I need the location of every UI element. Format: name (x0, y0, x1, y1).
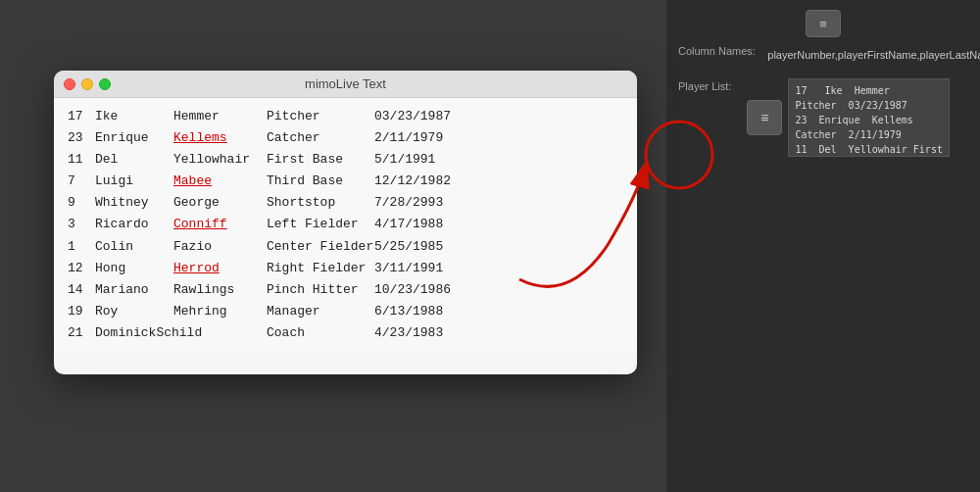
titlebar: mimoLive Text (54, 71, 637, 98)
player-bday: 6/13/1988 (374, 301, 443, 322)
table-row: 23 Enrique Kellems Catcher 2/11/1979 (68, 127, 623, 149)
top-panel-button[interactable]: ≡ (806, 10, 841, 37)
player-fname: Hong (95, 258, 173, 279)
player-fname: Luigi (95, 171, 173, 192)
player-num: 17 (68, 106, 95, 127)
table-row: 12 Hong Herrod Right Fielder 3/11/1991 (68, 258, 623, 279)
player-list-text: 17 Ike Hemmer Pitcher 03/23/1987 23 Enri… (795, 83, 943, 157)
player-num: 11 (68, 149, 95, 171)
player-position: Shortstop (267, 192, 374, 214)
table-row: 19 Roy Mehring Manager 6/13/1988 (68, 301, 623, 322)
player-num: 9 (68, 192, 95, 214)
player-position: Catcher (267, 127, 374, 149)
player-bday: 4/23/1983 (374, 322, 443, 344)
table-row: 11 Del Yellowhair First Base 5/1/1991 (68, 149, 623, 171)
player-fname: DominickSchild (95, 322, 267, 344)
player-num: 12 (68, 258, 95, 279)
player-num: 19 (68, 301, 95, 322)
player-fname: Roy (95, 301, 173, 322)
player-position: Pinch Hitter (267, 279, 374, 301)
window-content: 17 Ike Hemmer Pitcher 03/23/1987 23 Enri… (54, 98, 637, 352)
player-position: Left Fielder (267, 214, 374, 235)
player-position: First Base (267, 149, 374, 171)
player-position: Manager (267, 301, 374, 322)
column-names-value: playerNumber,playerFirstName,playerLastN… (767, 48, 963, 63)
player-lname: Yellowhair (173, 149, 267, 171)
player-num: 21 (68, 322, 95, 344)
player-fname: Ricardo (95, 214, 173, 235)
player-num: 3 (68, 214, 95, 235)
mac-window: mimoLive Text 17 Ike Hemmer Pitcher 03/2… (54, 71, 637, 374)
window-title: mimoLive Text (305, 76, 386, 91)
player-num: 7 (68, 171, 95, 192)
maximize-button[interactable] (99, 78, 111, 90)
player-lname: Hemmer (173, 106, 267, 127)
player-position: Pitcher (267, 106, 374, 127)
player-position: Center Fielder (267, 236, 374, 258)
player-num: 1 (68, 236, 95, 258)
table-row: 21 DominickSchild Coach 4/23/1983 (68, 322, 623, 344)
minimize-button[interactable] (81, 78, 93, 90)
player-fname: Mariano (95, 279, 173, 301)
table-row: 17 Ike Hemmer Pitcher 03/23/1987 (68, 106, 623, 127)
player-fname: Enrique (95, 127, 173, 149)
player-lname: Mehring (173, 301, 267, 322)
player-list-content: 17 Ike Hemmer Pitcher 03/23/1987 23 Enri… (788, 78, 950, 157)
menu-icon: ≡ (819, 17, 827, 31)
player-lname: Rawlings (173, 279, 267, 301)
column-names-section: Column Names: playerNumber,playerFirstNa… (678, 45, 968, 63)
player-fname: Ike (95, 106, 173, 127)
column-names-label: Column Names: (678, 45, 756, 57)
player-num: 23 (68, 127, 95, 149)
player-bday: 03/23/1987 (374, 106, 451, 127)
player-bday: 5/25/1985 (374, 236, 443, 258)
player-bday: 2/11/1979 (374, 127, 443, 149)
right-panel: ≡ Column Names: playerNumber,playerFirst… (666, 0, 980, 492)
top-button-area: ≡ (678, 10, 968, 37)
table-row: 9 Whitney George Shortstop 7/28/2993 (68, 192, 623, 214)
player-list-section: Player List: ≡ 17 Ike Hemmer Pitcher 03/… (678, 78, 968, 157)
player-bday: 4/17/1988 (374, 214, 443, 235)
table-row: 1 Colin Fazio Center Fielder 5/25/1985 (68, 236, 623, 258)
player-bday: 5/1/1991 (374, 149, 435, 171)
player-bday: 3/11/1991 (374, 258, 443, 279)
table-row: 14 Mariano Rawlings Pinch Hitter 10/23/1… (68, 279, 623, 301)
player-lname: Fazio (173, 236, 267, 258)
player-fname: Whitney (95, 192, 173, 214)
table-row: 7 Luigi Mabee Third Base 12/12/1982 (68, 171, 623, 192)
traffic-lights (64, 78, 111, 90)
player-position: Coach (267, 322, 374, 344)
player-fname: Del (95, 149, 173, 171)
player-lname: Conniff (173, 214, 267, 235)
player-bday: 12/12/1982 (374, 171, 451, 192)
player-position: Right Fielder (267, 258, 374, 279)
list-icon: ≡ (760, 110, 768, 125)
player-lname: Kellems (173, 127, 267, 149)
player-lname: Mabee (173, 171, 267, 192)
player-list-button[interactable]: ≡ (747, 100, 782, 135)
close-button[interactable] (64, 78, 75, 90)
player-lname: Herrod (173, 258, 267, 279)
player-bday: 7/28/2993 (374, 192, 443, 214)
player-bday: 10/23/1986 (374, 279, 451, 301)
player-fname: Colin (95, 236, 173, 258)
table-row: 3 Ricardo Conniff Left Fielder 4/17/1988 (68, 214, 623, 235)
player-position: Third Base (267, 171, 374, 192)
player-lname: George (173, 192, 267, 214)
player-num: 14 (68, 279, 95, 301)
player-list-label: Player List: (678, 78, 731, 92)
